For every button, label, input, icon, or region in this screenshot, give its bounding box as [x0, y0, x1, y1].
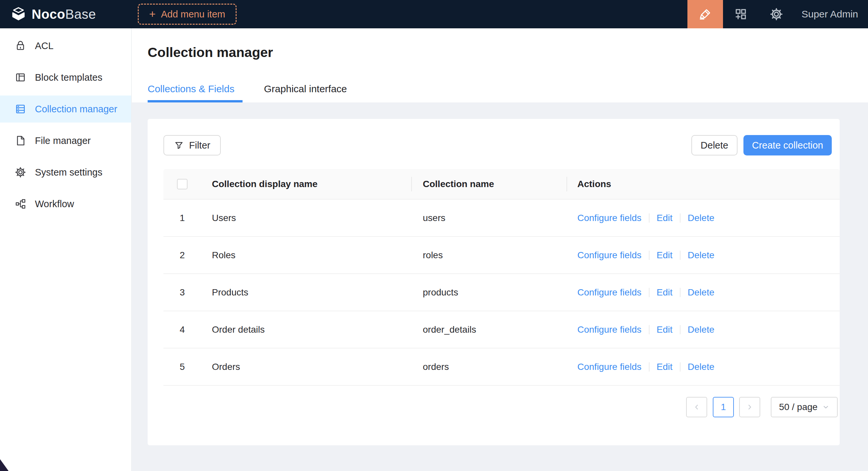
bulk-delete-button[interactable]: Delete [691, 135, 738, 156]
action-divider [649, 362, 650, 372]
logo-text: NocoBase [32, 7, 96, 22]
ui-editor-button[interactable] [687, 0, 723, 28]
collection-display-name: Roles [201, 250, 412, 261]
pagination-prev-button[interactable] [686, 397, 707, 417]
action-divider [649, 325, 650, 334]
column-divider [411, 177, 412, 191]
configure-fields-link[interactable]: Configure fields [577, 250, 642, 261]
page-title: Collection manager [148, 45, 273, 60]
edit-link[interactable]: Edit [657, 287, 673, 298]
column-header-actions: Actions [567, 179, 840, 190]
row-index: 3 [163, 287, 201, 298]
tab-graphical-interface[interactable]: Graphical interface [264, 83, 347, 95]
configure-fields-link[interactable]: Configure fields [577, 287, 642, 298]
column-divider [566, 177, 567, 191]
row-index: 2 [163, 250, 201, 261]
page-size-select[interactable]: 50 / page [771, 397, 838, 417]
action-divider [649, 288, 650, 297]
configure-fields-link[interactable]: Configure fields [577, 325, 642, 335]
column-header-display-name: Collection display name [201, 179, 412, 190]
chevron-right-icon [746, 403, 754, 411]
collection-name: orders [412, 362, 567, 372]
edit-link[interactable]: Edit [657, 213, 673, 223]
plus-icon: + [149, 8, 156, 20]
user-menu[interactable]: Super Admin [801, 8, 858, 20]
edit-link[interactable]: Edit [657, 325, 673, 335]
plugins-add-icon [734, 7, 748, 21]
delete-link[interactable]: Delete [688, 250, 714, 261]
sidebar-item-collection-manager[interactable]: Collection manager [0, 96, 131, 123]
table-row: 5 Orders orders Configure fields Edit De… [163, 348, 840, 386]
delete-label: Delete [701, 140, 728, 151]
collection-display-name: Products [201, 287, 412, 298]
navbar-right-cluster: Super Admin [687, 0, 868, 28]
table-row: 4 Order details order_details Configure … [163, 311, 840, 348]
sidebar-item-file-manager[interactable]: File manager [0, 127, 131, 154]
action-divider [680, 251, 681, 260]
top-navbar: NocoBase + Add menu item [0, 0, 868, 28]
system-settings-button[interactable] [758, 0, 794, 28]
add-menu-item-button[interactable]: + Add menu item [138, 4, 237, 25]
nocobase-cube-icon [10, 6, 27, 23]
collection-display-name: Order details [201, 325, 412, 335]
collection-display-name: Users [201, 213, 412, 223]
configure-fields-link[interactable]: Configure fields [577, 213, 642, 223]
table-row: 1 Users users Configure fields Edit Dele… [163, 200, 840, 237]
action-divider [649, 213, 650, 223]
tab-collections-and-fields[interactable]: Collections & Fields [148, 83, 234, 95]
action-divider [680, 325, 681, 334]
sidebar: ACL Block templates Collection manager [0, 28, 132, 471]
delete-link[interactable]: Delete [688, 287, 714, 298]
content-area: Filter Delete Create collection Collecti… [132, 102, 868, 471]
sidebar-item-workflow[interactable]: Workflow [0, 190, 131, 217]
table-header-row: Collection display name Collection name … [163, 169, 840, 200]
layout-icon [14, 71, 26, 83]
action-divider [680, 362, 681, 372]
chevron-left-icon [693, 403, 701, 411]
collections-card: Filter Delete Create collection Collecti… [148, 119, 840, 445]
filter-label: Filter [189, 140, 210, 151]
filter-button[interactable]: Filter [163, 135, 221, 156]
funnel-icon [174, 140, 184, 150]
row-index: 1 [163, 213, 201, 223]
column-header-name: Collection name [412, 179, 567, 190]
nocobase-logo[interactable]: NocoBase [10, 6, 96, 23]
plugins-button[interactable] [723, 0, 758, 28]
pagination-page-1[interactable]: 1 [713, 397, 734, 417]
table-row: 2 Roles roles Configure fields Edit Dele… [163, 237, 840, 274]
chevron-down-icon [822, 403, 830, 411]
pagination-next-button[interactable] [739, 397, 760, 417]
lock-icon [14, 40, 26, 52]
sidebar-item-label: Workflow [35, 199, 74, 209]
sidebar-item-label: Block templates [35, 72, 102, 83]
page-header: Collection manager Collections & Fields … [132, 28, 868, 102]
edit-link[interactable]: Edit [657, 362, 673, 372]
action-divider [680, 288, 681, 297]
edit-link[interactable]: Edit [657, 250, 673, 261]
collection-name: order_details [412, 325, 567, 335]
action-divider [680, 213, 681, 223]
sidebar-item-label: ACL [35, 40, 53, 52]
collections-table: Collection display name Collection name … [163, 169, 840, 386]
table-row: 3 Products products Configure fields Edi… [163, 274, 840, 311]
create-collection-label: Create collection [752, 140, 823, 151]
highlighter-icon [698, 7, 712, 21]
delete-link[interactable]: Delete [688, 213, 714, 223]
gear-icon [14, 166, 26, 178]
create-collection-button[interactable]: Create collection [743, 135, 832, 156]
delete-link[interactable]: Delete [688, 362, 714, 372]
collection-name: roles [412, 250, 567, 261]
sidebar-item-label: Collection manager [35, 104, 117, 114]
sidebar-item-system-settings[interactable]: System settings [0, 159, 131, 186]
sidebar-item-acl[interactable]: ACL [0, 32, 131, 59]
delete-link[interactable]: Delete [688, 325, 714, 335]
sidebar-item-block-templates[interactable]: Block templates [0, 64, 131, 91]
file-icon [14, 135, 26, 146]
configure-fields-link[interactable]: Configure fields [577, 362, 642, 372]
sidebar-item-label: File manager [35, 135, 91, 146]
select-all-checkbox[interactable] [177, 179, 187, 190]
database-icon [14, 103, 26, 115]
row-index: 4 [163, 325, 201, 335]
add-menu-item-label: Add menu item [161, 9, 225, 20]
workflow-icon [14, 198, 26, 210]
